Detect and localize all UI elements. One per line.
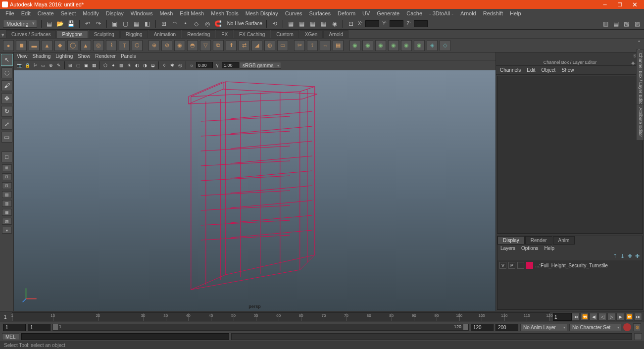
last-tool[interactable]: ▭: [1, 132, 12, 143]
sculpt-flatten-icon[interactable]: ◉: [401, 40, 412, 51]
layer-tab-display[interactable]: Display: [497, 236, 525, 245]
side-tab-attribute-editor[interactable]: Attribute Editor: [636, 104, 644, 141]
sculpt-relax-icon[interactable]: ◉: [362, 40, 373, 51]
combine-icon[interactable]: ⊕: [149, 40, 159, 51]
ipr-render-icon[interactable]: ▦: [298, 20, 306, 28]
select-mask-icon[interactable]: ◧: [144, 20, 151, 28]
multicut-icon[interactable]: ✂: [294, 40, 305, 51]
sculpt-icon[interactable]: ◉: [349, 40, 360, 51]
menu-mesh-display[interactable]: Mesh Display: [242, 9, 282, 17]
render-frame-icon[interactable]: ▦: [287, 20, 295, 28]
textured-icon[interactable]: ▩: [118, 62, 125, 69]
range-end-outer[interactable]: [495, 324, 518, 331]
quad-draw-icon[interactable]: ▦: [333, 40, 344, 51]
crease-icon[interactable]: ◈: [427, 40, 438, 51]
select-tool[interactable]: ↖: [1, 54, 12, 65]
shadows-icon[interactable]: ◐: [134, 62, 141, 69]
menu-cache[interactable]: Cache: [403, 9, 426, 17]
smooth-icon[interactable]: ◉: [174, 40, 185, 51]
panel-renderer[interactable]: Renderer: [95, 53, 116, 59]
layer-playback-toggle[interactable]: P: [508, 262, 515, 269]
mirror-icon[interactable]: ⧉: [213, 40, 224, 51]
paint-select-tool[interactable]: 🖌: [1, 80, 12, 91]
channel-box-body[interactable]: [497, 76, 643, 234]
two-pane-v-layout[interactable]: ⊡: [2, 182, 12, 189]
menu-uv[interactable]: UV: [359, 9, 373, 17]
menu-arnold[interactable]: Arnold: [457, 9, 480, 17]
poly-type-icon[interactable]: T: [119, 40, 130, 51]
ao-icon[interactable]: ◑: [142, 62, 149, 69]
go-end-icon[interactable]: ⏭: [634, 313, 642, 321]
render-view-icon[interactable]: ▦: [320, 20, 328, 28]
cb-show[interactable]: Show: [561, 67, 574, 73]
menu-modify[interactable]: Modify: [79, 9, 102, 17]
grease-pencil-icon[interactable]: ✎: [55, 62, 62, 69]
extrude-icon[interactable]: ⬆: [226, 40, 237, 51]
menu-redshift[interactable]: Redshift: [480, 9, 506, 17]
shelf-tab-fx[interactable]: FX: [216, 30, 233, 38]
step-forward-icon[interactable]: ▶: [616, 313, 624, 321]
layer-color-swatch[interactable]: [526, 262, 533, 269]
layer-name[interactable]: ...:Full_Height_Security_Turnstile: [535, 263, 608, 268]
command-input[interactable]: [21, 333, 229, 340]
menu-edit-mesh[interactable]: Edit Mesh: [176, 9, 207, 17]
shelf-tab-custom[interactable]: Custom: [271, 30, 298, 38]
append-icon[interactable]: ▭: [277, 40, 288, 51]
menu-display[interactable]: Display: [102, 9, 127, 17]
poly-svg-icon[interactable]: ⬡: [132, 40, 143, 51]
step-forward-key-icon[interactable]: ⏩: [625, 313, 633, 321]
bookmark-icon[interactable]: ⚐: [32, 62, 39, 69]
rotate-tool[interactable]: ↻: [1, 106, 12, 117]
cb-channels[interactable]: Channels: [500, 67, 521, 73]
poly-torus-icon[interactable]: ◯: [67, 40, 78, 51]
poly-helix-icon[interactable]: ⌇: [106, 40, 117, 51]
fill-hole-icon[interactable]: ◍: [264, 40, 275, 51]
separate-icon[interactable]: ⊘: [161, 40, 172, 51]
layer-move-up-icon[interactable]: ⤒: [613, 253, 617, 259]
step-back-key-icon[interactable]: ⏪: [581, 313, 589, 321]
reduce-icon[interactable]: ▽: [200, 40, 211, 51]
snap-plane-icon[interactable]: ◇: [193, 20, 200, 28]
custom-layout-icon[interactable]: ▧: [2, 218, 12, 225]
poly-cylinder-icon[interactable]: ▬: [29, 40, 40, 51]
scale-tool[interactable]: ⤢: [1, 119, 12, 130]
layer-menu-options[interactable]: Options: [521, 246, 538, 251]
two-pane-h-layout[interactable]: ⊟: [2, 173, 12, 180]
select-camera-icon[interactable]: 📷: [16, 62, 23, 69]
menu-select[interactable]: Select: [57, 9, 80, 17]
shelf-menu-icon[interactable]: ▾: [0, 32, 6, 38]
select-hierarchy-icon[interactable]: ▣: [111, 20, 119, 28]
save-scene-icon[interactable]: 💾: [67, 20, 75, 28]
shelf-tab-curves[interactable]: Curves / Surfaces: [6, 30, 56, 38]
2d-pan-icon[interactable]: ⊕: [48, 62, 54, 69]
make-live-icon[interactable]: 🧲: [214, 20, 222, 28]
menu-mesh-tools[interactable]: Mesh Tools: [207, 9, 242, 17]
shelf-tab-rigging[interactable]: Rigging: [120, 30, 148, 38]
wireframe-icon[interactable]: ⬡: [102, 62, 109, 69]
use-lights-icon[interactable]: ☀: [126, 62, 133, 69]
xray-joints-icon[interactable]: ✱: [169, 62, 176, 69]
play-back-icon[interactable]: ◁: [598, 313, 606, 321]
sculpt-grab-icon[interactable]: ◉: [375, 40, 386, 51]
redo-icon[interactable]: ↷: [95, 20, 102, 28]
outliner-persp-layout[interactable]: ▤: [2, 191, 12, 198]
range-slider[interactable]: 1 120: [52, 324, 469, 331]
grid-icon[interactable]: ⊞: [67, 62, 74, 69]
menu-windows[interactable]: Windows: [127, 9, 156, 17]
time-ruler-track[interactable]: 1102030354045505560657075808590951001051…: [12, 312, 550, 321]
panel-show[interactable]: Show: [78, 53, 90, 59]
viewport-3d[interactable]: ◮ persp: [14, 70, 495, 311]
shelf-tab-arnold[interactable]: Arnold: [323, 30, 348, 38]
move-tool[interactable]: ✥: [1, 93, 12, 104]
undo-icon[interactable]: ↶: [84, 20, 92, 28]
connect-icon[interactable]: ↔: [320, 40, 331, 51]
poly-pyramid-icon[interactable]: ▲: [80, 40, 91, 51]
exposure-icon[interactable]: ☼: [188, 62, 195, 69]
layer-visibility-toggle[interactable]: V: [499, 262, 506, 269]
menu-generate[interactable]: Generate: [373, 9, 403, 17]
layer-list[interactable]: V P ...:Full_Height_Security_Turnstile: [497, 260, 643, 309]
tool-settings-toggle-icon[interactable]: ▧: [623, 20, 631, 28]
poly-plane-icon[interactable]: ◆: [54, 40, 65, 51]
layout-chevron-icon[interactable]: ▾: [2, 227, 12, 234]
set-key-button[interactable]: [623, 323, 631, 331]
